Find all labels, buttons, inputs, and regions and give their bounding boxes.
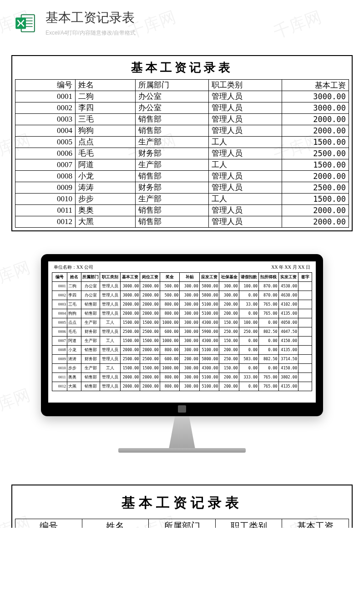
col-header: 编号 — [52, 273, 67, 282]
company-label: 单位名称：XX 公司 — [54, 264, 93, 270]
cell: 4135.00 — [278, 346, 298, 355]
cell-cat: 管理人员 — [209, 171, 282, 182]
col-header: 请假扣款 — [239, 273, 258, 282]
cell: 802.50 — [259, 327, 278, 337]
cell — [298, 327, 312, 337]
cell: 250.00 — [219, 327, 239, 337]
cell: 李四 — [67, 291, 81, 300]
cell: 3000.00 — [121, 291, 140, 300]
table-row: 0011奥奥销售部管理人员2000.00 — [15, 205, 349, 216]
cell: 0.00 — [239, 337, 258, 346]
cell: 0006 — [52, 327, 67, 337]
cell-cat: 管理人员 — [209, 125, 282, 137]
cell: 2500.00 — [121, 355, 140, 364]
cell: 4102.00 — [278, 300, 298, 309]
table-row: 0010步步生产部工人1500.00 — [15, 194, 349, 205]
cell: 583.00 — [239, 355, 258, 364]
cell-cat: 管理人员 — [209, 91, 282, 102]
cell: 0003 — [52, 300, 67, 309]
cell-cat: 管理人员 — [209, 216, 282, 228]
table-row: 0003三毛销售部管理人员2000.00 — [15, 114, 349, 125]
cell-salary: 1500.00 — [282, 159, 349, 171]
cell: 300.00 — [180, 346, 199, 355]
cell: 三毛 — [67, 300, 81, 309]
cell: 870.00 — [259, 282, 278, 291]
cell: 300.00 — [180, 364, 199, 373]
cell-cat: 管理人员 — [209, 114, 282, 125]
excel-icon — [14, 12, 36, 35]
col-header: 姓名 — [67, 273, 81, 282]
cell-id: 0006 — [15, 148, 76, 159]
cell: 250.00 — [219, 355, 239, 364]
cell: 500.00 — [160, 291, 179, 300]
cell: 100.00 — [239, 282, 258, 291]
cell-id: 0009 — [15, 182, 76, 194]
cell: 销售部 — [81, 309, 100, 318]
cell: 800.00 — [160, 309, 179, 318]
cell: 1500.00 — [121, 318, 140, 327]
cell: 5800.00 — [199, 291, 219, 300]
col-id: 编号 — [15, 519, 82, 528]
cell-salary: 2000.00 — [282, 125, 349, 137]
cell: 300.00 — [180, 337, 199, 346]
cell-name: 步步 — [75, 194, 135, 205]
cell: 800.00 — [160, 373, 179, 382]
cell: 300.00 — [219, 282, 239, 291]
cell: 3802.00 — [278, 373, 298, 382]
cell: 200.00 — [180, 355, 199, 364]
cell: 管理人员 — [100, 382, 121, 391]
cell: 150.00 — [219, 337, 239, 346]
page-title: 基本工资记录表 — [46, 9, 136, 26]
cell: 2500.00 — [140, 355, 160, 364]
cell: 3000.00 — [121, 282, 140, 291]
col-salary: 基本工资 — [282, 80, 349, 91]
cell: 802.50 — [259, 355, 278, 364]
cell: 4300.00 — [199, 337, 219, 346]
cell-dept: 生产部 — [135, 159, 208, 171]
cell: 2500.00 — [121, 327, 140, 337]
cell: 800.00 — [160, 300, 179, 309]
cell: 0.00 — [259, 318, 278, 327]
cell: 0007 — [52, 337, 67, 346]
table-row: 0003三毛销售部管理人员2000.002000.00800.00300.005… — [52, 300, 312, 309]
cell: 4300.00 — [199, 364, 219, 373]
monitor-stand — [152, 416, 212, 448]
cell — [298, 355, 312, 364]
cell: 765.00 — [259, 309, 278, 318]
bottom-cropped-panel: 基本工资记录表 编号 姓名 所属部门 职工类别 基本工资 — [11, 485, 353, 528]
cell: 4530.00 — [278, 282, 298, 291]
cell: 销售部 — [81, 373, 100, 382]
cell: 1000.00 — [160, 364, 179, 373]
cell: 1500.00 — [140, 337, 160, 346]
cell: 2000.00 — [121, 373, 140, 382]
col-header: 岗位工资 — [140, 273, 160, 282]
cell — [298, 346, 312, 355]
col-header: 扣所得税 — [259, 273, 278, 282]
cell: 500.00 — [160, 282, 179, 291]
cell: 1000.00 — [160, 337, 179, 346]
cell: 870.00 — [259, 291, 278, 300]
cell: 0.00 — [259, 364, 278, 373]
cell-id: 0012 — [15, 216, 76, 228]
table-header-row: 编号 姓名 所属部门 职工类别 基本工资 — [15, 519, 349, 528]
cell: 涛涛 — [67, 355, 81, 364]
cell: 300.00 — [180, 327, 199, 337]
cell: 小龙 — [67, 346, 81, 355]
cell: 5100.00 — [199, 373, 219, 382]
cell: 点点 — [67, 318, 81, 327]
cell — [298, 282, 312, 291]
cell: 4150.00 — [278, 364, 298, 373]
cell-id: 0008 — [15, 171, 76, 182]
cell: 800.00 — [160, 382, 179, 391]
cell-dept: 销售部 — [135, 205, 208, 216]
cell-name: 阿道 — [75, 159, 135, 171]
cell: 办公室 — [81, 282, 100, 291]
cell: 财务部 — [81, 355, 100, 364]
cell: 4135.00 — [278, 309, 298, 318]
col-header: 应发工资 — [199, 273, 219, 282]
cell: 4300.00 — [199, 318, 219, 327]
cell-id: 0007 — [15, 159, 76, 171]
cell-salary: 3000.00 — [282, 91, 349, 102]
cell: 管理人员 — [100, 346, 121, 355]
cell: 200.00 — [219, 300, 239, 309]
